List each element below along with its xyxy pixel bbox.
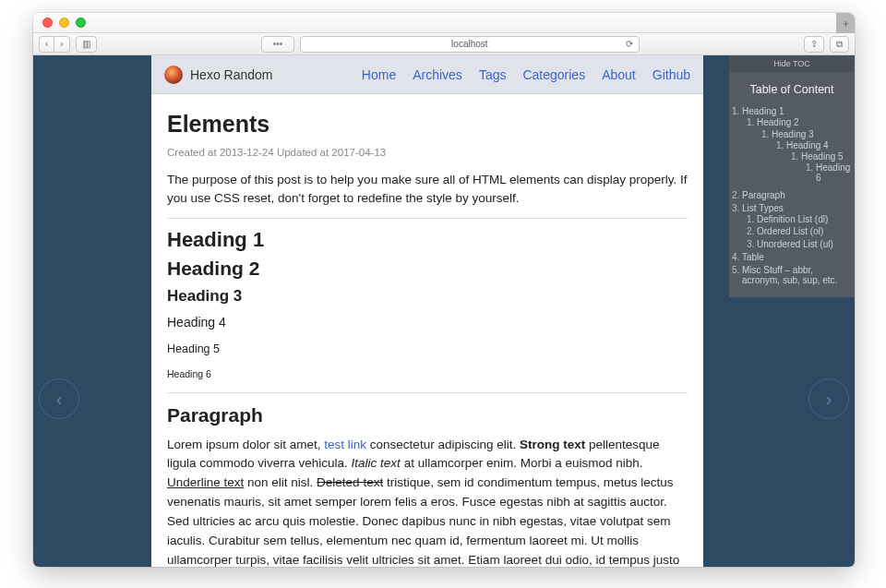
toc-label: Definition List (dl) [757,214,828,224]
toc-item[interactable]: Heading 1 Heading 2 Heading 3 Heading 4 … [742,105,851,189]
toc-title: Table of Content [729,72,855,105]
post-title: Elements [167,111,688,138]
window-titlebar: ＋ [33,13,855,33]
italic-sample: Italic text [352,456,401,470]
toc-label: Heading 2 [757,117,799,127]
address-bar[interactable]: localhost ⟳ [300,36,640,53]
toc-item[interactable]: Heading 3 Heading 4 Heading 5 Heading 6 [772,127,851,187]
safari-window: ＋ ‹ › ▥ ••• localhost ⟳ ⇪ ⧉ ‹ › Hexo Ran… [33,13,855,567]
toc-item[interactable]: Misc Stuff – abbr, acronym, sub, sup, et… [742,264,851,286]
site-logo-icon[interactable] [164,66,183,84]
paragraph-sample: Lorem ipsum dolor sit amet, test link co… [167,436,688,568]
toc-panel: Hide TOC Table of Content Heading 1 Head… [729,55,855,297]
para-text: consectetur adipiscing elit. [366,438,520,451]
strong-sample: Strong text [520,438,585,451]
nav-back-forward: ‹ › [39,36,70,53]
toc-item[interactable]: Paragraph [742,189,851,201]
toc-item[interactable]: Definition List (dl) [757,213,851,225]
new-tab-button[interactable]: ＋ [836,13,855,33]
toc-label: Heading 3 [772,129,814,139]
heading-1: Heading 1 [167,228,688,252]
test-link[interactable]: test link [324,438,366,451]
nav-about[interactable]: About [602,67,636,82]
reader-pill[interactable]: ••• [261,36,294,53]
para-text: Lorem ipsum dolor sit amet, [167,438,324,451]
toc-item[interactable]: Ordered List (ol) [757,225,851,237]
nav-tags[interactable]: Tags [479,67,507,82]
heading-3: Heading 3 [167,287,688,306]
zoom-icon[interactable] [76,18,86,28]
divider [167,392,688,393]
toc-item[interactable]: Heading 2 Heading 3 Heading 4 Heading 5 [757,116,851,188]
toc-label: Heading 1 [742,106,784,116]
browser-toolbar: ‹ › ▥ ••• localhost ⟳ ⇪ ⧉ [33,33,855,55]
close-icon[interactable] [42,18,53,28]
prev-post-button[interactable]: ‹ [39,378,79,419]
toc-label: List Types [742,203,784,213]
heading-4: Heading 4 [167,315,688,330]
share-button[interactable]: ⇪ [804,36,824,53]
nav-github[interactable]: Github [653,67,690,82]
underline-sample: Underline text [167,475,244,489]
toc-label: Misc Stuff – abbr, acronym, sub, sup, et… [742,265,837,285]
forward-button[interactable]: › [54,36,69,53]
toc-label: Heading 5 [801,151,844,162]
toc-item[interactable]: List Types Definition List (dl) Ordered … [742,202,851,252]
toc-label: Heading 6 [816,162,850,183]
nav-categories[interactable]: Categories [522,67,585,82]
hide-toc-button[interactable]: Hide TOC [729,55,855,72]
site-title: Hexo Random [190,67,273,82]
divider [167,218,688,219]
nav-home[interactable]: Home [362,67,396,82]
nav-archives[interactable]: Archives [413,67,462,82]
toc-item[interactable]: Table [742,251,851,263]
para-text: at ullamcorper enim. Morbi a euismod nib… [401,456,643,470]
article-body: Elements Created at 2013-12-24 Updated a… [151,94,703,567]
page-viewport: ‹ › Hexo Random Home Archives Tags Categ… [33,55,855,567]
refresh-icon[interactable]: ⟳ [626,39,633,49]
para-text: non elit nisl. [244,475,317,489]
toc-label: Unordered List (ul) [757,239,833,249]
heading-5: Heading 5 [167,342,688,355]
toc-item[interactable]: Heading 5 Heading 6 [801,150,851,186]
toc-item[interactable]: Heading 4 Heading 5 Heading 6 [786,139,851,186]
content-column: Hexo Random Home Archives Tags Categorie… [151,55,703,567]
deleted-sample: Deleted text [317,475,383,489]
post-meta: Created at 2013-12-24 Updated at 2017-04… [167,147,688,158]
show-tabs-button[interactable]: ⧉ [830,36,849,53]
back-button[interactable]: ‹ [39,36,54,53]
address-text: localhost [451,39,487,49]
heading-2: Heading 2 [167,258,688,280]
post-intro: The purpose of this post is to help you … [167,171,688,209]
toc-label: Ordered List (ol) [757,226,823,236]
toc-label: Table [742,252,764,262]
next-post-button[interactable]: › [808,378,849,419]
sidebar-toggle-button[interactable]: ▥ [76,36,97,53]
main-nav: Home Archives Tags Categories About Gith… [362,67,690,82]
toc-label: Heading 4 [786,140,829,150]
heading-6: Heading 6 [167,368,688,379]
site-header: Hexo Random Home Archives Tags Categorie… [151,55,703,94]
toc-item[interactable]: Unordered List (ul) [757,238,851,250]
section-paragraph-heading: Paragraph [167,404,688,426]
toc-list: Heading 1 Heading 2 Heading 3 Heading 4 … [729,105,855,286]
minimize-icon[interactable] [59,18,69,28]
toc-item[interactable]: Heading 6 [816,162,851,184]
toc-label: Paragraph [742,190,785,200]
